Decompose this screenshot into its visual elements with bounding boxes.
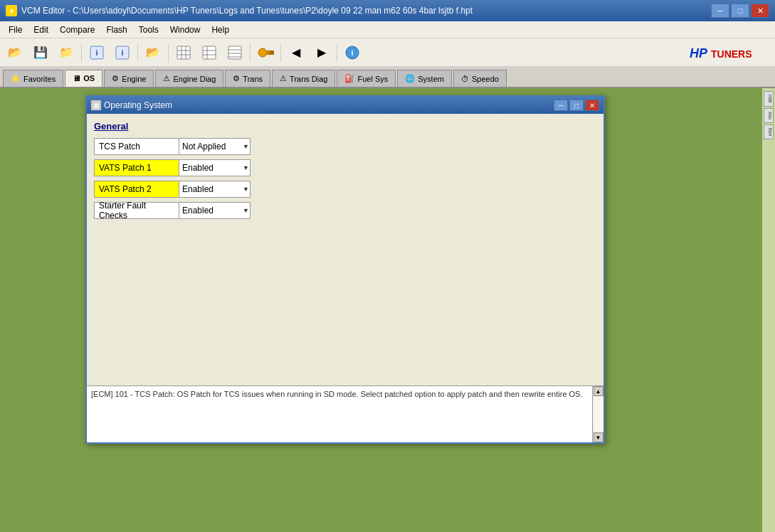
engine-icon: ⚙: [112, 74, 119, 83]
table3-button[interactable]: [223, 41, 247, 64]
tab-trans-diag[interactable]: ⚠ Trans Diag: [272, 70, 335, 87]
tcs-patch-row: TCS Patch Not Applied Patched ▼: [94, 137, 596, 156]
scroll-down-button[interactable]: ▼: [594, 432, 603, 442]
dialog-content: General TCS Patch Not Applied Patched ▼ …: [87, 114, 603, 385]
tab-os[interactable]: 🖥 OS: [65, 70, 102, 87]
info2-button[interactable]: i: [110, 41, 135, 64]
os-dialog: ▦ Operating System ─ □ ✕ General TCS Pat…: [85, 95, 605, 444]
table1-button[interactable]: [172, 41, 196, 64]
vats-patch2-label: VATS Patch 2: [94, 181, 179, 198]
svg-text:i: i: [95, 48, 97, 57]
tab-engine-diag[interactable]: ⚠ Engine Diag: [155, 70, 223, 87]
tab-os-label: OS: [83, 74, 95, 83]
folder-button[interactable]: 📁: [54, 41, 78, 64]
separator-6: [337, 43, 337, 62]
trans-diag-icon: ⚠: [280, 74, 287, 83]
dialog-close-button[interactable]: ✕: [585, 100, 599, 111]
main-content: nde ssu tion ▦ Operating System ─ □ ✕ Ge…: [0, 88, 775, 532]
window-title: VCM Editor - C:\Users\adoyl\Documents\HP…: [21, 6, 473, 16]
menu-bar: File Edit Compare Flash Tools Window Hel…: [0, 21, 775, 38]
vats-patch2-select[interactable]: Enabled Disabled: [179, 181, 251, 198]
section-title: General: [94, 121, 596, 132]
favorites-icon: ⭐: [11, 74, 21, 83]
vats-patch1-select-wrapper: Enabled Disabled ▼: [179, 159, 251, 176]
forward-button[interactable]: ▶: [310, 41, 334, 64]
tab-bar: ⭐ Favorites 🖥 OS ⚙ Engine ⚠ Engine Diag …: [0, 67, 775, 88]
menu-flash[interactable]: Flash: [100, 23, 132, 36]
dialog-title-text: Operating System: [104, 100, 172, 110]
menu-tools[interactable]: Tools: [133, 23, 164, 36]
title-bar: ✦ VCM Editor - C:\Users\adoyl\Documents\…: [0, 0, 775, 21]
tab-fuel-sys-label: Fuel Sys: [357, 75, 388, 83]
svg-rect-4: [177, 46, 190, 59]
minimize-button[interactable]: ─: [711, 4, 729, 18]
restore-button[interactable]: □: [731, 4, 749, 18]
svg-text:HP: HP: [690, 46, 708, 60]
tcs-patch-select[interactable]: Not Applied Patched: [179, 138, 251, 155]
svg-text:TUNERS: TUNERS: [711, 48, 752, 60]
svg-rect-9: [203, 46, 216, 59]
svg-text:i: i: [121, 48, 123, 57]
vats-patch2-select-wrapper: Enabled Disabled ▼: [179, 181, 251, 198]
menu-file[interactable]: File: [3, 23, 28, 36]
starter-fault-select-wrapper: Enabled Disabled ▼: [179, 202, 251, 219]
tab-engine-diag-label: Engine Diag: [173, 75, 216, 83]
toolbar: 📂 💾 📁 i i 📂: [0, 38, 775, 67]
fuel-sys-icon: ⛽: [344, 74, 354, 83]
separator-5: [280, 43, 281, 62]
separator-2: [137, 43, 138, 62]
save-button[interactable]: 💾: [28, 41, 53, 64]
hp-tuners-logo: HP TUNERS: [688, 42, 766, 63]
table2-button[interactable]: [197, 41, 221, 64]
menu-help[interactable]: Help: [206, 23, 235, 36]
menu-compare[interactable]: Compare: [54, 23, 100, 36]
open2-button[interactable]: 📂: [141, 41, 165, 64]
tab-trans[interactable]: ⚙ Trans: [225, 70, 270, 87]
tune-button[interactable]: [253, 41, 278, 64]
tcs-patch-select-wrapper: Not Applied Patched ▼: [179, 138, 251, 155]
menu-window[interactable]: Window: [164, 23, 206, 36]
tab-engine-label: Engine: [122, 75, 146, 83]
right-panel: nde ssu tion: [762, 88, 775, 532]
scroll-up-button[interactable]: ▲: [594, 386, 603, 396]
dialog-controls: ─ □ ✕: [554, 100, 599, 111]
menu-edit[interactable]: Edit: [28, 23, 54, 36]
engine-diag-icon: ⚠: [163, 74, 170, 83]
tab-fuel-sys[interactable]: ⛽ Fuel Sys: [337, 70, 396, 87]
vats-patch1-select[interactable]: Enabled Disabled: [179, 159, 251, 176]
dialog-info-text: [ECM] 101 - TCS Patch: OS Patch for TCS …: [91, 390, 583, 398]
svg-text:i: i: [351, 48, 353, 57]
tab-system-label: System: [418, 75, 444, 83]
vats-patch1-label: VATS Patch 1: [94, 159, 179, 176]
tab-system[interactable]: 🌐 System: [397, 70, 452, 87]
open-button[interactable]: 📂: [3, 41, 27, 64]
back-button[interactable]: ◀: [284, 41, 308, 64]
close-button[interactable]: ✕: [751, 4, 769, 18]
vats-patch2-row: VATS Patch 2 Enabled Disabled ▼: [94, 180, 596, 198]
dialog-info-bar: [ECM] 101 - TCS Patch: OS Patch for TCS …: [87, 385, 603, 442]
dialog-minimize-button[interactable]: ─: [554, 100, 568, 111]
tab-speedo[interactable]: ⏱ Speedo: [453, 70, 507, 87]
vats-patch1-row: VATS Patch 1 Enabled Disabled ▼: [94, 159, 596, 177]
dialog-title-left: ▦ Operating System: [91, 100, 172, 110]
about-button[interactable]: i: [340, 41, 364, 64]
trans-icon: ⚙: [233, 74, 240, 83]
info1-button[interactable]: i: [85, 41, 109, 64]
system-icon: 🌐: [405, 74, 415, 83]
starter-fault-label: Starter Fault Checks: [94, 202, 179, 219]
os-icon: 🖥: [73, 74, 80, 83]
scroll-track: [594, 396, 603, 432]
tab-favorites[interactable]: ⭐ Favorites: [3, 70, 63, 87]
tab-trans-diag-label: Trans Diag: [290, 75, 327, 83]
indicator-1: nde: [764, 91, 774, 107]
indicator-2: ssu: [764, 108, 774, 123]
separator-4: [250, 43, 251, 62]
tab-favorites-label: Favorites: [23, 75, 56, 83]
separator-3: [168, 43, 169, 62]
dialog-restore-button[interactable]: □: [569, 100, 584, 111]
title-bar-controls: ─ □ ✕: [711, 4, 769, 18]
indicator-3: tion: [764, 124, 774, 139]
starter-fault-select[interactable]: Enabled Disabled: [179, 202, 251, 219]
tab-engine[interactable]: ⚙ Engine: [104, 70, 154, 87]
tab-trans-label: Trans: [243, 75, 263, 83]
